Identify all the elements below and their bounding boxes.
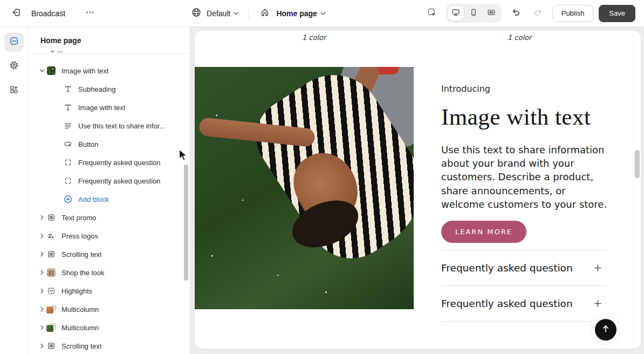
text-icon (63, 85, 73, 93)
tree-item-label: Button (78, 140, 99, 148)
theme-settings-button[interactable] (4, 57, 24, 76)
brackets-icon (63, 158, 73, 167)
mobile-icon (469, 8, 478, 19)
thumb-press-icon (46, 232, 56, 240)
redo-icon (533, 8, 543, 19)
learn-more-button[interactable]: LEARN MORE (441, 221, 526, 243)
faq-item-label: Frequently asked question (441, 262, 573, 274)
preview-scrollbar[interactable] (635, 150, 640, 178)
fullwidth-preview-button[interactable] (483, 5, 500, 21)
tree-item-scrolling-text[interactable]: Scrolling text (28, 337, 190, 354)
desktop-preview-button[interactable] (448, 5, 464, 21)
save-button[interactable]: Save (599, 5, 635, 22)
highlights-icon (46, 287, 56, 295)
image-with-text-photo[interactable] (195, 67, 414, 309)
tree-item-label: Press logos (61, 232, 98, 240)
sections-panel-button[interactable] (4, 32, 24, 52)
tree-item-multicolumn[interactable]: Multicolumn (28, 300, 190, 318)
tree-item-label: Multicolumn (61, 305, 99, 314)
preview-scrollbar-track (634, 31, 641, 349)
theme-editor: Broadcast Default (0, 0, 644, 354)
tree-item-label: Scrolling text (61, 342, 101, 350)
chevron-right-icon[interactable] (38, 268, 46, 277)
publish-button[interactable]: Publish (552, 5, 594, 22)
chevron-down-icon[interactable] (38, 66, 46, 75)
image-with-text-content: Introducing Image with text Use this tex… (441, 84, 608, 243)
tree-item-label: Image with text (61, 67, 108, 75)
arrow-up-icon (601, 324, 611, 336)
tree-item-use-this-text-to-share-infor[interactable]: Use this text to share infor... (28, 117, 190, 135)
undo-button[interactable] (507, 5, 524, 22)
faq-item[interactable]: Frequently asked question (441, 286, 607, 322)
tree-item-image-with-text[interactable]: Image with text (28, 62, 190, 80)
tree-item-frequently-asked-question[interactable]: Frequently asked question (28, 172, 190, 190)
thumb-multi-green-icon (46, 323, 56, 332)
locale-label[interactable]: Default (207, 9, 230, 18)
plus-icon (593, 263, 602, 273)
scroll-to-top-button[interactable] (595, 319, 616, 341)
select-element-icon (427, 8, 437, 19)
chevron-right-icon[interactable] (38, 287, 46, 295)
locale-selector[interactable] (189, 5, 203, 22)
chevron-right-icon[interactable] (38, 250, 46, 258)
section-heading: Image with text (441, 104, 608, 130)
tree-item-shop-the-look[interactable]: Shop the look (28, 263, 190, 282)
thumb-image-icon (46, 66, 56, 75)
section-tree: Image with text Subheading Image with te… (28, 55, 190, 354)
page-selector[interactable] (258, 5, 272, 22)
chevron-right-icon[interactable] (38, 342, 46, 350)
divider (249, 8, 249, 19)
tree-item-label: Image with text (78, 104, 125, 112)
tree-item-label: Scrolling text (61, 250, 101, 258)
redo-button[interactable] (530, 5, 547, 22)
tree-item-multicolumn[interactable]: Multicolumn (28, 318, 190, 337)
tree-item-frequently-asked-question[interactable]: Frequently asked question (28, 153, 190, 172)
thumb-multi-orange-icon (46, 305, 56, 314)
chevron-right-icon[interactable] (38, 213, 46, 222)
inspector-tool-button[interactable] (423, 5, 441, 22)
chevron-down-icon (232, 10, 240, 17)
plus-circle-icon (63, 195, 73, 203)
page-label[interactable]: Home page (276, 9, 317, 18)
chevron-right-icon[interactable] (38, 232, 46, 240)
color-count-badge: 1 color (508, 33, 531, 42)
tree-item-button[interactable]: Button (28, 135, 190, 153)
sidebar-scrollbar[interactable] (184, 165, 188, 281)
home-icon (260, 8, 270, 19)
tree-item-scrolling-text[interactable]: Scrolling text (28, 245, 190, 263)
theme-options-button[interactable] (81, 5, 99, 22)
tree-item-highlights[interactable]: Highlights (28, 282, 190, 300)
tree-item-label: Shop the look (61, 269, 105, 277)
mobile-preview-button[interactable] (465, 5, 482, 21)
tree-item-label: Text promo (61, 214, 96, 222)
gear-icon (9, 60, 19, 72)
chevron-right-icon[interactable] (38, 323, 46, 332)
doc-icon (46, 213, 56, 222)
tree-item-subheading[interactable]: Subheading (28, 80, 190, 98)
section-body-text: Use this text to share information about… (441, 143, 608, 211)
tree-item-label: Frequently asked question (78, 159, 160, 167)
three-dots-icon (86, 8, 94, 19)
sections-icon (9, 36, 19, 48)
app-embeds-button[interactable] (4, 81, 24, 100)
tree-item-press-logos[interactable]: Press logos (28, 227, 190, 245)
chevron-down-icon (319, 10, 327, 17)
tree-item-add-block[interactable]: Add block (28, 190, 190, 208)
apps-icon (9, 85, 19, 97)
chevron-right-icon[interactable] (38, 305, 46, 314)
exit-editor-button[interactable] (8, 5, 25, 22)
top-bar-left: Broadcast (8, 5, 99, 22)
exit-icon (11, 8, 21, 19)
plus-icon (593, 299, 602, 308)
tree-item-label: Multicolumn (61, 324, 99, 332)
faq-item-label: Frequently asked question (441, 298, 573, 309)
sections-sidebar: Home page Image with text Subheading Ima… (28, 27, 190, 354)
doc-icon (46, 342, 56, 350)
clipped-tree-item-fragment (57, 51, 63, 52)
tree-item-text-promo[interactable]: Text promo (28, 208, 190, 227)
faq-item[interactable]: Frequently asked question (441, 250, 607, 286)
text-icon (63, 103, 73, 112)
tree-item-image-with-text[interactable]: Image with text (28, 98, 190, 117)
paragraph-icon (63, 121, 73, 130)
thumb-shop-icon (46, 268, 56, 277)
